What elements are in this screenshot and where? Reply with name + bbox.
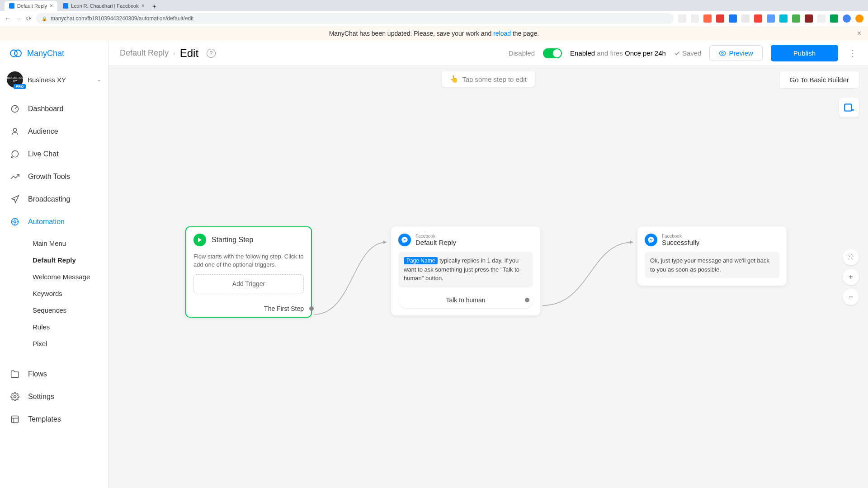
forward-icon: →: [15, 15, 22, 22]
eye-icon: [719, 50, 726, 57]
close-icon[interactable]: ×: [142, 3, 145, 9]
node-title: Default Reply: [415, 239, 456, 246]
node-header: Starting Step: [186, 227, 311, 253]
nav-audience[interactable]: Audience: [0, 120, 108, 143]
ext-icon[interactable]: [767, 14, 775, 23]
help-icon[interactable]: ?: [207, 49, 216, 58]
ext-icon[interactable]: [754, 14, 762, 23]
avatar: BUSINESS XY PRO: [7, 71, 23, 88]
pointer-icon: 👆: [450, 75, 458, 83]
node-default-reply[interactable]: Facebook Default Reply Page Name typical…: [391, 226, 540, 315]
zoom-out-button[interactable]: −: [843, 289, 859, 305]
favicon-icon: [9, 3, 14, 9]
broadcasting-icon: [10, 194, 20, 204]
ext-icon[interactable]: [779, 14, 788, 23]
panel-add-icon: [843, 102, 855, 113]
close-icon[interactable]: ×: [857, 29, 861, 38]
nav-flows[interactable]: Flows: [0, 363, 108, 385]
node-header: Facebook Successfully: [645, 234, 779, 246]
avatar-icon[interactable]: [843, 14, 851, 23]
node-title: Successfully: [662, 239, 699, 246]
dashboard-icon: [10, 104, 20, 114]
reload-icon[interactable]: ⟳: [26, 15, 32, 22]
automation-icon: [10, 217, 20, 227]
subnav-main-menu[interactable]: Main Menu: [0, 235, 108, 252]
tap-hint: 👆 Tap some step to edit: [442, 71, 535, 87]
first-step-output[interactable]: The First Step: [186, 300, 311, 317]
logo[interactable]: ManyChat: [0, 41, 108, 66]
page-header: Default Reply › Edit ? Disabled Enabled …: [0, 41, 868, 66]
account-selector[interactable]: BUSINESS XY PRO Business XY ⌄: [0, 66, 108, 93]
basic-builder-button[interactable]: Go To Basic Builder: [780, 71, 859, 88]
ext-icon[interactable]: [792, 14, 800, 23]
enable-toggle[interactable]: [543, 48, 562, 58]
ext-icon[interactable]: [716, 14, 724, 23]
extensions: [678, 14, 863, 23]
connector: [312, 238, 393, 319]
url-bar[interactable]: 🔒 manychat.com/fb181039443240309/automat…: [36, 13, 674, 24]
browser-tab[interactable]: Leon R. Chaudhari | Facebook ×: [58, 1, 149, 11]
back-icon[interactable]: ←: [5, 15, 11, 22]
add-trigger-button[interactable]: Add Trigger: [193, 274, 304, 293]
pro-badge: PRO: [14, 84, 26, 89]
message-button[interactable]: Talk to human: [398, 292, 533, 308]
zoom-in-button[interactable]: +: [843, 269, 859, 285]
close-icon[interactable]: ×: [50, 3, 53, 9]
node-successfully[interactable]: Facebook Successfully Ok, just type your…: [637, 226, 787, 286]
favicon-icon: [63, 3, 68, 9]
preview-button[interactable]: Preview: [709, 45, 762, 61]
nav-dashboard[interactable]: Dashboard: [0, 98, 108, 120]
header-actions: Disabled Enabled and fires Once per 24h …: [509, 45, 859, 61]
subnav-default-reply[interactable]: Default Reply: [0, 252, 108, 268]
platform-label: Facebook: [662, 234, 699, 239]
subnav-rules[interactable]: Rules: [0, 319, 108, 335]
new-tab-button[interactable]: +: [150, 2, 159, 11]
play-icon: [193, 234, 206, 246]
breadcrumb: Default Reply › Edit ?: [120, 47, 216, 60]
breadcrumb-parent[interactable]: Default Reply: [120, 48, 169, 58]
ext-icon[interactable]: [691, 14, 699, 23]
flow-canvas[interactable]: 👆 Tap some step to edit Go To Basic Buil…: [108, 66, 868, 488]
nav-settings[interactable]: Settings: [0, 385, 108, 408]
nav-growth[interactable]: Growth Tools: [0, 165, 108, 188]
subnav-welcome[interactable]: Welcome Message: [0, 268, 108, 285]
svg-marker-19: [383, 240, 387, 244]
svg-point-1: [10, 50, 17, 57]
subnav-pixel[interactable]: Pixel: [0, 335, 108, 352]
nav-livechat[interactable]: Live Chat: [0, 143, 108, 165]
ext-icon[interactable]: [855, 14, 863, 23]
reload-link[interactable]: reload: [493, 30, 511, 37]
svg-rect-16: [844, 104, 851, 111]
nav-broadcasting[interactable]: Broadcasting: [0, 188, 108, 211]
nav: Dashboard Audience Live Chat Growth Tool…: [0, 93, 108, 488]
logo-text: ManyChat: [27, 49, 64, 58]
connector-dot[interactable]: [309, 306, 314, 311]
breadcrumb-current: Edit: [180, 47, 198, 60]
chat-icon: [10, 149, 20, 159]
messenger-icon: [645, 234, 657, 246]
add-panel-button[interactable]: [839, 98, 859, 117]
ext-icon[interactable]: [830, 14, 838, 23]
platform-label: Facebook: [415, 234, 456, 239]
auto-layout-button[interactable]: [843, 249, 859, 265]
more-icon[interactable]: ⋮: [846, 48, 859, 58]
ext-icon[interactable]: [703, 14, 712, 23]
ext-icon[interactable]: [805, 14, 813, 23]
nav-automation[interactable]: Automation: [0, 211, 108, 233]
subnav-sequences[interactable]: Sequences: [0, 302, 108, 319]
browser-tab[interactable]: Default Reply ×: [5, 1, 57, 11]
ext-icon[interactable]: [678, 14, 686, 23]
ext-icon[interactable]: [729, 14, 737, 23]
ext-icon[interactable]: [817, 14, 826, 23]
subnav-keywords[interactable]: Keywords: [0, 285, 108, 302]
page-name-tag: Page Name: [404, 257, 438, 264]
publish-button[interactable]: Publish: [771, 45, 838, 61]
saved-indicator: Saved: [674, 49, 702, 57]
connector-dot[interactable]: [525, 298, 529, 302]
node-starting-step[interactable]: Starting Step Flow starts with the follo…: [185, 226, 312, 318]
nav-templates[interactable]: Templates: [0, 408, 108, 431]
chevron-down-icon: ⌄: [97, 76, 101, 83]
toggle-knob: [553, 49, 561, 57]
ext-icon[interactable]: [741, 14, 750, 23]
manychat-icon: [9, 47, 23, 60]
